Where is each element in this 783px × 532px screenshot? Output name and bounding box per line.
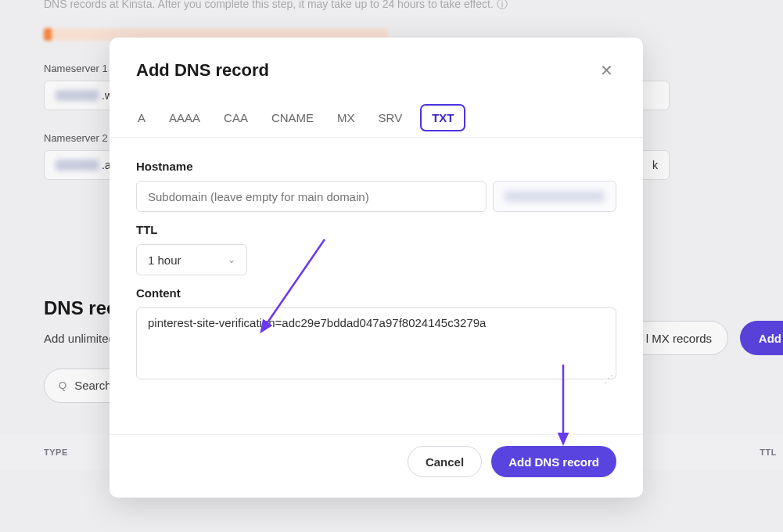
hostname-input[interactable] xyxy=(136,181,487,212)
cancel-button[interactable]: Cancel xyxy=(408,446,482,477)
ttl-value: 1 hour xyxy=(148,253,181,267)
chevron-down-icon: ⌄ xyxy=(228,254,235,265)
close-icon[interactable]: ✕ xyxy=(597,59,616,81)
tab-caa[interactable]: CAA xyxy=(222,108,250,128)
tab-a[interactable]: A xyxy=(136,108,147,128)
tab-mx[interactable]: MX xyxy=(336,108,357,128)
ttl-label: TTL xyxy=(136,223,616,236)
tab-aaaa[interactable]: AAAA xyxy=(167,108,202,128)
tab-cname[interactable]: CNAME xyxy=(270,108,315,128)
hostname-label: Hostname xyxy=(136,160,616,173)
tab-txt[interactable]: TXT xyxy=(424,108,462,128)
domain-suffix-box xyxy=(493,181,616,212)
record-type-tabs: A AAAA CAA CNAME MX SRV TXT xyxy=(110,92,643,138)
domain-suffix-redacted xyxy=(505,191,605,202)
ttl-select[interactable]: 1 hour ⌄ xyxy=(136,244,247,275)
modal-title: Add DNS record xyxy=(136,60,269,81)
resize-grip-icon[interactable]: ⋰ xyxy=(604,376,613,381)
content-label: Content xyxy=(136,286,616,300)
add-dns-record-modal: Add DNS record ✕ A AAAA CAA CNAME MX SRV… xyxy=(110,38,643,498)
add-dns-record-button[interactable]: Add DNS record xyxy=(491,446,616,477)
tab-srv[interactable]: SRV xyxy=(377,108,404,128)
content-textarea[interactable] xyxy=(136,307,616,379)
